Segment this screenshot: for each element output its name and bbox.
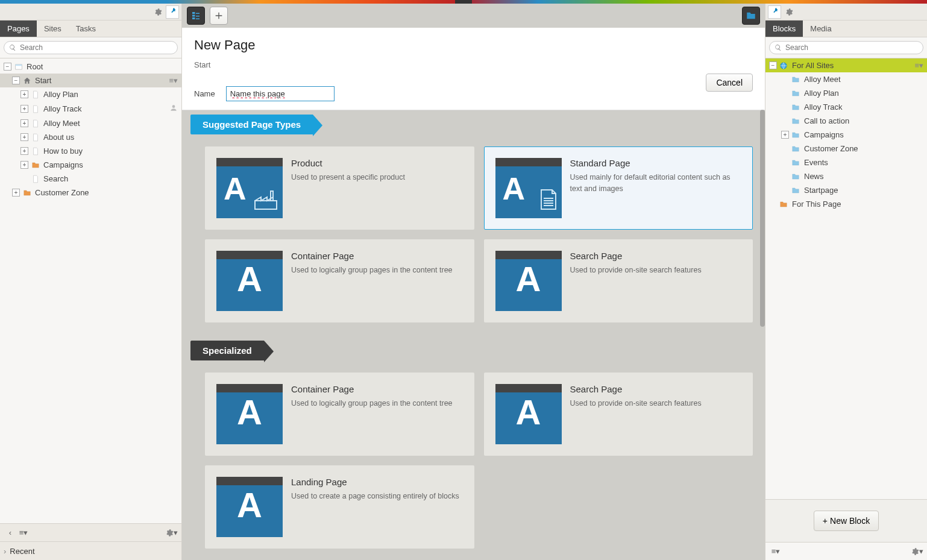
tree-item-label: For All Sites: [792, 61, 834, 70]
tab-media[interactable]: Media: [803, 20, 838, 37]
tree-customer-zone[interactable]: + Customer Zone: [0, 186, 181, 200]
gear-dropdown-icon[interactable]: ▾: [910, 545, 923, 558]
tree-item-how-to-buy[interactable]: + How to buy: [0, 144, 181, 158]
tree-item[interactable]: Alloy Track: [765, 100, 927, 114]
item-menu-icon[interactable]: ≡▾: [914, 61, 923, 70]
tree-item[interactable]: Customer Zone: [765, 142, 927, 156]
card-info: Container Page Used to logically group p…: [291, 384, 453, 444]
tree-item[interactable]: Alloy Plan: [765, 86, 927, 100]
gear-icon[interactable]: [782, 5, 796, 19]
expand-icon[interactable]: +: [20, 105, 28, 113]
add-button[interactable]: [210, 7, 228, 25]
card-search-page[interactable]: A Search Page Used to provide on-site se…: [484, 239, 753, 322]
expand-icon[interactable]: +: [20, 133, 28, 141]
cancel-button[interactable]: Cancel: [706, 74, 753, 92]
tree-item-alloy-plan[interactable]: + Alloy Plan: [0, 87, 181, 101]
user-badge-icon: [169, 104, 178, 114]
pin-icon[interactable]: [768, 5, 781, 19]
tree-item-about-us[interactable]: + About us: [0, 130, 181, 144]
tree-item-label: Alloy Track: [43, 104, 82, 113]
right-search-input[interactable]: [785, 43, 918, 52]
scrollbar-thumb[interactable]: [760, 110, 765, 327]
pin-icon[interactable]: [166, 5, 179, 19]
card-desc: Used to create a page consisting entirel…: [291, 491, 459, 502]
card-info: Search Page Used to provide on-site sear…: [570, 384, 702, 444]
card-landing-page[interactable]: A Landing Page Used to create a page con…: [205, 465, 474, 549]
tab-tasks[interactable]: Tasks: [69, 20, 103, 37]
name-input[interactable]: [226, 86, 335, 101]
list-icon[interactable]: ≡▾: [769, 545, 782, 558]
card-title: Container Page: [291, 384, 453, 394]
collapse-icon[interactable]: −: [769, 61, 777, 69]
tab-pages[interactable]: Pages: [0, 20, 37, 37]
tab-sites[interactable]: Sites: [37, 20, 69, 37]
expand-icon[interactable]: +: [12, 189, 20, 197]
tree-item-label: Alloy Plan: [804, 89, 839, 98]
search-icon: [9, 44, 16, 51]
tree-item-label: Customer Zone: [35, 188, 89, 197]
document-icon: [540, 189, 557, 212]
specialized-cards: A Container Page Used to logically group…: [194, 360, 753, 560]
expand-icon[interactable]: +: [20, 119, 28, 127]
tab-blocks[interactable]: Blocks: [765, 20, 803, 37]
page-icon: [31, 175, 40, 183]
card-product[interactable]: A Product Used to present a specific pro…: [205, 146, 474, 230]
tree-for-all-sites[interactable]: − For All Sites ≡▾: [765, 58, 927, 72]
folder-icon: [791, 75, 801, 84]
left-search-box[interactable]: [4, 41, 178, 54]
page-icon: [31, 119, 40, 128]
card-title: Product: [291, 158, 405, 168]
center-toolbar: [182, 4, 765, 28]
tree-item-search[interactable]: Search: [0, 172, 181, 186]
card-thumb: A: [216, 384, 283, 444]
tree-root[interactable]: − Root: [0, 60, 181, 74]
tree-item-alloy-meet[interactable]: + Alloy Meet: [0, 116, 181, 130]
card-info: Product Used to present a specific produ…: [291, 158, 405, 218]
card-container-page-2[interactable]: A Container Page Used to logically group…: [205, 373, 474, 456]
folder-icon: [791, 145, 801, 153]
tree-item[interactable]: Call to action: [765, 114, 927, 128]
card-container-page[interactable]: A Container Page Used to logically group…: [205, 239, 474, 322]
root-icon: [14, 63, 24, 71]
expand-icon[interactable]: +: [781, 131, 789, 139]
tree-item[interactable]: Events: [765, 156, 927, 169]
left-search-input[interactable]: [20, 43, 172, 52]
expand-icon[interactable]: +: [20, 161, 28, 169]
gear-dropdown-icon[interactable]: ▾: [165, 526, 178, 540]
assets-toggle-button[interactable]: [742, 7, 760, 25]
collapse-icon[interactable]: −: [4, 63, 11, 71]
tree-root-label: Root: [27, 62, 43, 71]
left-panel-toolbar: [0, 4, 181, 20]
collapse-icon[interactable]: −: [12, 77, 20, 84]
card-search-page-2[interactable]: A Search Page Used to provide on-site se…: [484, 373, 753, 456]
right-bottom-toolbar: ≡▾ ▾: [765, 542, 927, 560]
tree-for-this-page[interactable]: For This Page: [765, 197, 927, 211]
item-menu-icon[interactable]: ≡▾: [169, 76, 178, 85]
card-info: Landing Page Used to create a page consi…: [291, 477, 459, 537]
tree-item[interactable]: News: [765, 169, 927, 183]
new-block-button[interactable]: + New Block: [814, 511, 879, 531]
list-icon[interactable]: ≡▾: [17, 526, 30, 540]
chevron-left-icon[interactable]: ‹: [4, 526, 17, 540]
card-thumb: A: [216, 158, 283, 218]
expand-icon[interactable]: +: [20, 90, 28, 98]
page-icon: [31, 133, 40, 142]
expand-icon[interactable]: +: [20, 147, 28, 155]
recent-row[interactable]: › Recent: [0, 542, 181, 560]
card-standard-page[interactable]: A Standard Page Used mainly for default …: [484, 146, 753, 230]
card-info: Search Page Used to provide on-site sear…: [570, 251, 702, 311]
tree-item-alloy-track[interactable]: + Alloy Track: [0, 101, 181, 116]
folder-icon: [791, 186, 801, 195]
suggested-cards: A Product Used to present a specific pro…: [194, 134, 753, 341]
right-search-box[interactable]: [769, 41, 923, 54]
gear-icon[interactable]: [151, 5, 165, 19]
tree-item[interactable]: Alloy Meet: [765, 72, 927, 86]
tree-item[interactable]: Startpage: [765, 183, 927, 197]
tree-toggle-button[interactable]: [187, 7, 205, 25]
tree-item-campaigns[interactable]: +Campaigns: [765, 128, 927, 142]
folder-icon: [779, 200, 789, 209]
tree-start[interactable]: − Start ≡▾: [0, 74, 181, 87]
folder-icon: [791, 172, 801, 181]
tree-item-label: Customer Zone: [804, 144, 858, 153]
tree-item-campaigns[interactable]: + Campaigns: [0, 158, 181, 172]
